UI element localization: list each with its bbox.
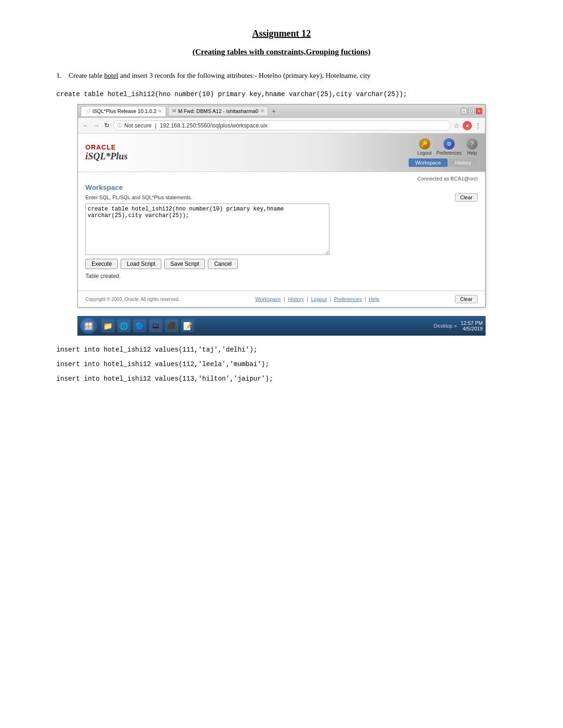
tab-1-label: iSQL*Plus Release 10.1.0.2 [92, 108, 156, 114]
account-icon[interactable]: ● [463, 121, 472, 130]
insert-line-1: insert into hotel_ishi12 values(111,'taj… [56, 345, 507, 355]
create-table-code: create table hotel_ishi12(hno number(10)… [56, 90, 507, 99]
sqlplus-text: SQL*Plus [88, 151, 128, 161]
lock-icon: ⓘ [117, 122, 122, 129]
taskbar-ie-icon[interactable]: 🌐 [117, 319, 130, 332]
page-title: Assignment 12 [56, 28, 507, 39]
browser-tab-2[interactable]: ✉ M Fwd: DBMS A12 - ishitasharma0 ✕ [168, 106, 268, 116]
workspace-body: Connected as BCA1@orcl Workspace Enter S… [78, 172, 485, 291]
taskbar-chrome-icon[interactable]: 🔵 [133, 319, 146, 332]
cancel-button[interactable]: Cancel [208, 259, 237, 269]
oracle-text: ORACLE [85, 143, 128, 151]
menu-icon[interactable]: ⋮ [475, 122, 481, 129]
browser-titlebar: 📄 iSQL*Plus Release 10.1.0.2 ✕ ✉ M Fwd: … [78, 105, 485, 118]
browser-tab-1[interactable]: 📄 iSQL*Plus Release 10.1.0.2 ✕ [81, 106, 166, 116]
url-text: 192.168.1.250:5560/isqlplus/workspace.ui… [160, 122, 268, 129]
sep2: | [307, 296, 310, 302]
preferences-label: Preferences [436, 150, 462, 156]
clear-bottom-button[interactable]: Clear [455, 295, 478, 303]
taskbar-folder-icon[interactable]: 🗂 [149, 319, 162, 332]
sep1: | [284, 296, 287, 302]
save-script-button[interactable]: Save Script [164, 259, 205, 269]
preferences-icon: ⚙ [443, 138, 455, 150]
oracle-header-right: 🔑 Logout ⚙ Preferences ? Help Workspace … [409, 138, 478, 167]
clear-top-button[interactable]: Clear [455, 193, 478, 202]
new-tab-button[interactable]: + [270, 107, 278, 115]
footer-links: Workspace | History | Logout | Preferenc… [255, 296, 380, 302]
workspace-footer: Copyright © 2003, Oracle. All rights res… [78, 291, 485, 307]
bookmark-icon[interactable]: ☆ [454, 122, 460, 129]
oracle-header: ORACLE iSQL*Plus 🔑 Logout ⚙ Preferences [78, 134, 485, 172]
forward-button[interactable]: → [92, 122, 100, 129]
workspace-title: Workspace [85, 183, 478, 191]
header-icons: 🔑 Logout ⚙ Preferences ? Help [417, 138, 478, 156]
footer-logout-link[interactable]: Logout [311, 296, 327, 302]
result-text: Table created. [85, 273, 478, 279]
not-secure-label: Not secure [124, 122, 152, 129]
browser-content: ORACLE iSQL*Plus 🔑 Logout ⚙ Preferences [78, 134, 485, 307]
question-text1: Create table [68, 72, 104, 79]
tab-2-icon: ✉ [172, 108, 176, 113]
workspace-tab[interactable]: Workspace [409, 158, 448, 167]
back-button[interactable]: ← [82, 122, 90, 129]
workspace-hint: Enter SQL, PL/SQL and SQL*Plus statement… [85, 193, 478, 202]
desktop-btn: » [454, 323, 457, 329]
logout-icon-item[interactable]: 🔑 Logout [417, 138, 432, 156]
footer-workspace-link[interactable]: Workspace [255, 296, 281, 302]
insert-lines: insert into hotel_ishi12 values(111,'taj… [56, 345, 507, 384]
taskbar-word-icon[interactable]: 📝 [181, 319, 194, 332]
browser-addressbar: ← → ↻ ⓘ Not secure | 192.168.1.250:5560/… [78, 118, 485, 134]
question-number: 1. [56, 72, 61, 79]
execute-button[interactable]: Execute [85, 259, 118, 269]
footer-history-link[interactable]: History [288, 296, 304, 302]
action-buttons: Execute Load Script Save Script Cancel [85, 259, 478, 269]
tab-2-label: M Fwd: DBMS A12 - ishitasharma0 [178, 108, 258, 114]
tab-2-close[interactable]: ✕ [260, 108, 264, 113]
logout-icon: 🔑 [419, 138, 430, 150]
tab-1-icon: 📄 [85, 109, 91, 114]
taskbar-clock: 12:57 PM 4/5/2019 [461, 320, 483, 331]
clock-time: 12:57 PM [461, 320, 483, 326]
minimize-button[interactable]: – [461, 108, 467, 114]
address-bar[interactable]: ⓘ Not secure | 192.168.1.250:5560/isqlpl… [113, 120, 451, 130]
oracle-logo: ORACLE iSQL*Plus [85, 143, 128, 162]
hint-text: Enter SQL, PL/SQL and SQL*Plus statement… [85, 195, 192, 200]
start-button[interactable]: 🪟 [80, 318, 97, 334]
preferences-icon-item[interactable]: ⚙ Preferences [436, 138, 462, 156]
load-script-button[interactable]: Load Script [121, 259, 161, 269]
logout-label: Logout [417, 150, 432, 156]
copyright-text: Copyright © 2003, Oracle. All rights res… [85, 297, 180, 302]
window-controls: – □ ✕ [461, 108, 482, 114]
help-icon: ? [466, 138, 478, 150]
clock-date: 4/5/2019 [461, 326, 483, 331]
question-hotel-word: hotel [104, 72, 118, 79]
desktop-label: Desktop » [434, 323, 457, 329]
help-label: Help [467, 150, 477, 156]
start-orb-icon: 🪟 [84, 322, 93, 330]
history-tab[interactable]: History [449, 158, 478, 167]
taskbar: 🪟 📁 🌐 🔵 🗂 ⬛ 📝 Desktop » 12:57 PM 4/5/201… [77, 316, 486, 336]
sep4: | [365, 296, 367, 302]
sql-textarea[interactable] [85, 203, 329, 255]
isqlplus-logo: iSQL*Plus [85, 151, 128, 162]
taskbar-explorer-icon[interactable]: 📁 [101, 319, 114, 332]
help-icon-item[interactable]: ? Help [466, 138, 478, 156]
question-text2: and insert 3 records for the following a… [118, 72, 371, 79]
oracle-tabs: Workspace History [409, 158, 478, 167]
close-button[interactable]: ✕ [476, 108, 482, 114]
tab-1-close[interactable]: ✕ [158, 109, 162, 114]
footer-help-link[interactable]: Help [369, 296, 380, 302]
refresh-button[interactable]: ↻ [103, 122, 110, 129]
page-subtitle: (Creating tables with constraints,Groupi… [56, 47, 507, 57]
insert-line-3: insert into hotel_ishi12 values(113,'hil… [56, 374, 507, 384]
insert-line-2: insert into hotel_ishi12 values(112,'lee… [56, 360, 507, 369]
connected-as: Connected as BCA1@orcl [85, 176, 478, 181]
maximize-button[interactable]: □ [468, 108, 475, 114]
taskbar-cmd-icon[interactable]: ⬛ [165, 319, 178, 332]
sep3: | [330, 296, 333, 302]
question-1: 1. Create table hotel and insert 3 recor… [56, 70, 507, 81]
browser-window: 📄 iSQL*Plus Release 10.1.0.2 ✕ ✉ M Fwd: … [77, 104, 486, 308]
footer-preferences-link[interactable]: Preferences [334, 296, 362, 302]
taskbar-right: Desktop » 12:57 PM 4/5/2019 [434, 320, 483, 331]
